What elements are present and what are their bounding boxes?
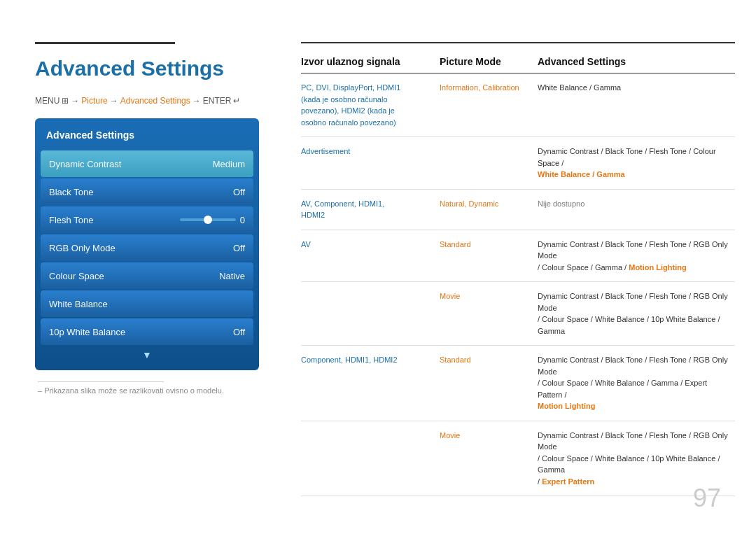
menu-item-colour-space[interactable]: Colour Space Native	[41, 262, 253, 289]
flesh-tone-slider-container: 0	[180, 215, 245, 225]
row1-settings: White Balance / Gamma	[532, 80, 735, 129]
breadcrumb-advsettings: Advanced Settings	[120, 96, 190, 106]
flesh-tone-value: 0	[240, 215, 245, 225]
rgb-only-mode-label: RGB Only Mode	[49, 243, 115, 253]
dynamic-contrast-label: Dynamic Contrast	[49, 159, 121, 169]
row5-settings: Dynamic Contrast / Black Tone / Flesh To…	[532, 289, 735, 338]
dynamic-contrast-value: Medium	[213, 159, 245, 169]
black-tone-value: Off	[233, 187, 245, 197]
colour-space-label: Colour Space	[49, 271, 104, 281]
menu-item-white-balance[interactable]: White Balance	[41, 290, 253, 317]
table-row: Component, HDMI1, HDMI2 Standard Dynamic…	[301, 346, 735, 421]
row7-mode: Movie	[434, 428, 532, 489]
row6-source: Component, HDMI1, HDMI2	[301, 353, 434, 414]
menu-box: Advanced Settings Dynamic Contrast Mediu…	[35, 118, 259, 370]
row2-bold: White Balance / Gamma	[538, 170, 625, 178]
menu-item-black-tone[interactable]: Black Tone Off	[41, 178, 253, 205]
menu-item-dynamic-contrast[interactable]: Dynamic Contrast Medium	[41, 150, 253, 177]
row4-settings: Dynamic Contrast / Black Tone / Flesh To…	[532, 237, 735, 275]
top-line-right	[301, 42, 735, 43]
table-row: Movie Dynamic Contrast / Black Tone / Fl…	[301, 421, 735, 497]
row6-settings: Dynamic Contrast / Black Tone / Flesh To…	[532, 353, 735, 414]
page-number: 97	[693, 484, 721, 513]
menu-box-title: Advanced Settings	[35, 125, 259, 149]
col-header-settings: Advanced Settings	[532, 56, 735, 67]
col-header-source: Izvor ulaznog signala	[301, 56, 434, 67]
row3-source: AV, Component, HDMI1,HDMI2	[301, 197, 434, 223]
row5-source	[301, 289, 434, 338]
row4-mode: Standard	[434, 237, 532, 275]
footnote-text: – Prikazana slika može se razlikovati ov…	[38, 386, 224, 395]
flesh-tone-slider-thumb	[204, 216, 212, 224]
row5-mode: Movie	[434, 289, 532, 338]
breadcrumb-arrow2: →	[110, 96, 118, 106]
colour-space-value: Native	[219, 271, 245, 281]
menu-item-flesh-tone[interactable]: Flesh Tone 0	[41, 206, 253, 233]
table-row: Advertisement Dynamic Contrast / Black T…	[301, 137, 735, 190]
row1-mode: Information, Calibration	[434, 80, 532, 129]
row2-mode	[434, 144, 532, 182]
footnote: – Prikazana slika može se razlikovati ov…	[35, 381, 294, 395]
menu-item-10p-white-balance[interactable]: 10p White Balance Off	[41, 318, 253, 345]
row6-bold: Motion Lighting	[538, 402, 595, 410]
table-row: Movie Dynamic Contrast / Black Tone / Fl…	[301, 282, 735, 346]
right-section: Izvor ulaznog signala Picture Mode Advan…	[301, 42, 735, 496]
breadcrumb-arrow3: →	[192, 96, 201, 106]
row6-mode: Standard	[434, 353, 532, 414]
top-decorative-line	[35, 42, 175, 44]
table-header: Izvor ulaznog signala Picture Mode Advan…	[301, 56, 735, 73]
10p-white-balance-value: Off	[233, 327, 245, 337]
row7-settings: Dynamic Contrast / Black Tone / Flesh To…	[532, 428, 735, 489]
row4-bold: Motion Lighting	[629, 263, 686, 272]
row7-bold: Expert Pattern	[542, 477, 594, 486]
left-section: Advanced Settings MENU ⊞ → Picture → Adv…	[35, 42, 294, 395]
flesh-tone-slider-track[interactable]	[180, 218, 236, 221]
breadcrumb: MENU ⊞ → Picture → Advanced Settings → E…	[35, 96, 294, 106]
breadcrumb-picture: Picture	[81, 96, 107, 106]
na-text: Nije dostupno	[538, 199, 584, 208]
page-title: Advanced Settings	[35, 57, 294, 80]
table-row: AV, Component, HDMI1,HDMI2 Natural, Dyna…	[301, 190, 735, 230]
flesh-tone-label: Flesh Tone	[49, 215, 93, 225]
rgb-only-mode-value: Off	[233, 243, 245, 253]
row2-source: Advertisement	[301, 144, 434, 182]
menu-more-arrow: ▼	[35, 346, 259, 363]
row4-source: AV	[301, 237, 434, 275]
footnote-line	[38, 381, 164, 382]
breadcrumb-enter: ENTER	[203, 96, 232, 106]
row1-source: PC, DVI, DisplayPort, HDMI1(kada je osob…	[301, 80, 434, 129]
10p-white-balance-label: 10p White Balance	[49, 327, 125, 337]
white-balance-label: White Balance	[49, 299, 108, 309]
black-tone-label: Black Tone	[49, 187, 93, 197]
row7-source	[301, 428, 434, 489]
table-row: AV Standard Dynamic Contrast / Black Ton…	[301, 230, 735, 283]
breadcrumb-menu: MENU	[35, 96, 59, 106]
col-header-mode: Picture Mode	[434, 56, 532, 67]
table-row: PC, DVI, DisplayPort, HDMI1(kada je osob…	[301, 73, 735, 137]
menu-item-rgb-only-mode[interactable]: RGB Only Mode Off	[41, 234, 253, 261]
breadcrumb-arrow1: →	[71, 96, 79, 106]
breadcrumb-icon: ⊞	[62, 96, 69, 106]
breadcrumb-enter-icon: ↵	[233, 96, 240, 106]
row3-mode: Natural, Dynamic	[434, 197, 532, 223]
row2-settings: Dynamic Contrast / Black Tone / Flesh To…	[532, 144, 735, 182]
row3-settings: Nije dostupno	[532, 197, 735, 223]
